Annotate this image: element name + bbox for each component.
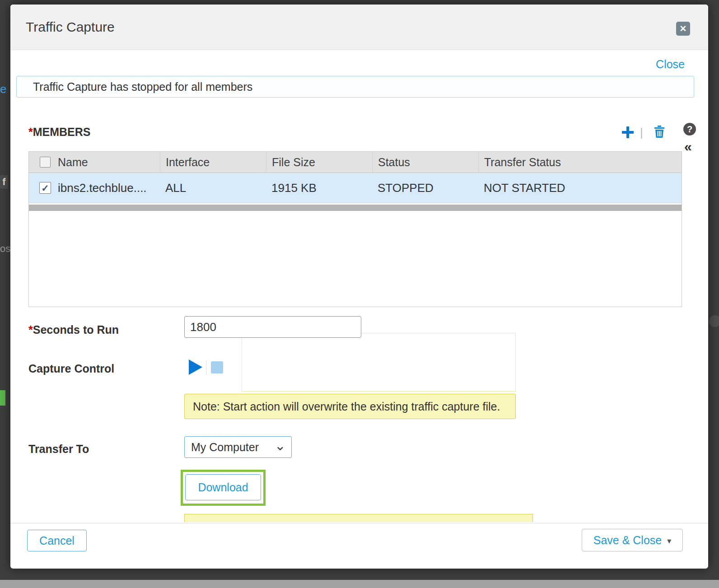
row-file-size: 1915 KB bbox=[266, 181, 372, 195]
cancel-button[interactable]: Cancel bbox=[27, 530, 87, 551]
download-highlight: Download bbox=[181, 470, 266, 506]
chevron-down-icon: ⌄ bbox=[275, 435, 286, 456]
overwrite-note: Note: Start action will overwrite the ex… bbox=[184, 394, 516, 419]
save-close-button[interactable]: Save & Close ▾ bbox=[582, 529, 683, 551]
status-message: Traffic Capture has stopped for all memb… bbox=[16, 76, 694, 98]
traffic-capture-dialog: Traffic Capture ✕ Close Traffic Capture … bbox=[10, 5, 708, 568]
dialog-footer: Cancel Save & Close ▾ bbox=[10, 523, 708, 569]
column-header-file-size: File Size bbox=[266, 152, 372, 173]
save-close-label: Save & Close bbox=[593, 534, 662, 547]
row-checkbox[interactable]: ✓ bbox=[39, 182, 51, 194]
select-all-checkbox[interactable] bbox=[40, 157, 51, 168]
members-label: *MEMBERS bbox=[28, 126, 91, 139]
table-row[interactable]: ✓ ibns2.techblue.... ALL 1915 KB STOPPED… bbox=[29, 173, 682, 203]
icon-separator: | bbox=[640, 126, 643, 140]
row-status: STOPPED bbox=[372, 181, 478, 195]
background-fragment-text: os bbox=[0, 243, 10, 255]
dialog-header: Traffic Capture ✕ bbox=[10, 5, 708, 50]
column-header-status: Status bbox=[372, 152, 478, 173]
collapse-icon[interactable]: « bbox=[684, 139, 692, 154]
stop-icon[interactable] bbox=[211, 361, 223, 373]
required-asterisk: * bbox=[28, 323, 33, 336]
row-select-cell: ✓ bbox=[29, 182, 52, 194]
caret-down-icon[interactable]: ▾ bbox=[667, 536, 671, 546]
download-button[interactable]: Download bbox=[185, 474, 261, 500]
partial-note-bar bbox=[184, 514, 533, 522]
add-member-icon[interactable] bbox=[621, 126, 635, 141]
help-icon[interactable]: ? bbox=[683, 123, 696, 135]
row-interface: ALL bbox=[160, 181, 266, 195]
required-asterisk: * bbox=[28, 126, 33, 138]
table-header-row: Name Interface File Size Status Transfer… bbox=[29, 152, 682, 173]
seconds-to-run-label: *Seconds to Run bbox=[28, 323, 119, 336]
play-icon[interactable] bbox=[189, 359, 202, 375]
delete-member-icon[interactable] bbox=[654, 125, 665, 140]
capture-control-label: Capture Control bbox=[28, 362, 114, 375]
column-header-transfer-status: Transfer Status bbox=[478, 152, 682, 173]
dialog-title: Traffic Capture bbox=[26, 19, 115, 35]
background-fragment-text: e bbox=[0, 82, 6, 96]
row-transfer-status: NOT STARTED bbox=[478, 181, 682, 195]
select-all-cell bbox=[29, 152, 52, 173]
faint-highlight-box bbox=[242, 333, 516, 392]
close-link[interactable]: Close bbox=[656, 58, 685, 71]
column-header-name: Name bbox=[52, 152, 160, 173]
horizontal-scrollbar[interactable] bbox=[29, 205, 682, 211]
check-icon: ✓ bbox=[41, 183, 49, 193]
column-header-interface: Interface bbox=[160, 152, 266, 173]
members-table: Name Interface File Size Status Transfer… bbox=[28, 151, 682, 307]
row-name: ibns2.techblue.... bbox=[52, 181, 160, 195]
close-icon[interactable]: ✕ bbox=[676, 22, 690, 36]
page-bottom-strip bbox=[0, 580, 719, 588]
transfer-to-dropdown[interactable]: My Computer ⌄ bbox=[184, 436, 292, 458]
seconds-to-run-input[interactable] bbox=[184, 316, 361, 338]
background-fragment-circle bbox=[709, 315, 719, 327]
transfer-to-label: Transfer To bbox=[28, 443, 89, 456]
transfer-to-selected-value: My Computer bbox=[191, 441, 259, 453]
background-fragment-green bbox=[0, 390, 5, 406]
capture-control-divider bbox=[206, 360, 206, 375]
background-fragment-badge: f bbox=[0, 175, 8, 189]
